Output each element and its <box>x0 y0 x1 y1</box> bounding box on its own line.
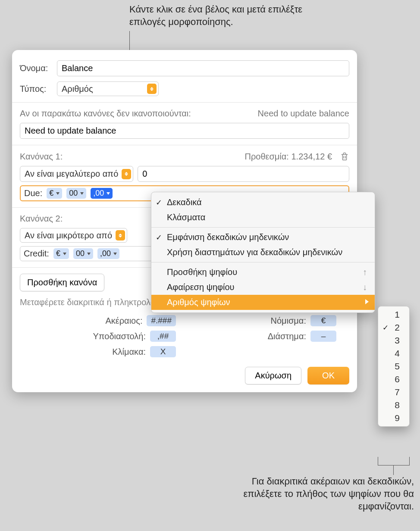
rule1-condition-value: Αν είναι μεγαλύτερο από <box>25 169 118 179</box>
digits-option-5[interactable]: 5 <box>378 360 409 373</box>
menu-item-fractions[interactable]: Κλάσματα <box>151 210 375 225</box>
digits-label: 4 <box>395 348 400 359</box>
type-label: Τύπος: <box>20 84 57 94</box>
rule1-comparator-input[interactable] <box>138 166 349 182</box>
integer-token-label: 00 <box>76 249 85 258</box>
currency-token-label: € <box>49 189 53 198</box>
digits-label: 1 <box>395 309 400 320</box>
integer-token-label: 00 <box>69 189 78 198</box>
decimal-token[interactable]: ,00 <box>91 188 113 199</box>
caret-down-icon <box>87 253 91 255</box>
currency-token[interactable]: € <box>47 188 62 199</box>
decimal-legend-label: Υποδιαστολή: <box>93 331 146 341</box>
decimal-token-label: ,00 <box>93 189 104 198</box>
decimal-token[interactable]: ,00 <box>97 248 119 259</box>
digits-option-6[interactable]: 6 <box>378 373 409 386</box>
callout-bracket <box>378 457 410 465</box>
currency-legend-label: Νόμισμα: <box>270 316 306 326</box>
chevron-updown-icon <box>147 84 157 94</box>
currency-token-label: € <box>56 249 60 258</box>
menu-item-label: Προσθήκη ψηφίου <box>167 267 237 277</box>
divider <box>12 145 357 145</box>
currency-legend-token[interactable]: € <box>310 315 336 326</box>
digits-label: 6 <box>395 374 400 384</box>
digits-label: 7 <box>395 387 400 397</box>
menu-item-num-digits[interactable]: Αριθμός ψηφίων <box>151 295 375 310</box>
rule1-title: Κανόνας 1: <box>20 152 63 162</box>
fallback-preview: Need to update balance <box>258 109 349 119</box>
digits-label: 2 <box>395 322 400 333</box>
digits-option-7[interactable]: 7 <box>378 386 409 399</box>
fallback-heading: Αν οι παρακάτω κανόνες δεν ικανοποιούντα… <box>20 109 191 119</box>
digits-label: 9 <box>395 413 400 423</box>
menu-item-label: Αριθμός ψηφίων <box>167 297 230 307</box>
callout-bottom: Για διακριτικά ακέραιων και δεκαδικών, ε… <box>229 475 414 512</box>
digits-option-4[interactable]: 4 <box>378 347 409 360</box>
arrow-up-icon: ↑ <box>363 267 367 277</box>
digits-option-1[interactable]: 1 <box>378 308 409 321</box>
menu-item-label: Κλάσματα <box>167 212 205 222</box>
integer-legend-token[interactable]: #.### <box>147 315 176 326</box>
caret-down-icon <box>63 253 66 255</box>
divider <box>12 102 357 103</box>
caret-down-icon <box>113 253 117 255</box>
rule2-condition-select[interactable]: Αν είναι μικρότερο από <box>20 228 127 243</box>
menu-separator <box>151 227 375 228</box>
currency-token[interactable]: € <box>53 248 69 259</box>
menu-item-use-spaces[interactable]: Χρήση διαστημάτων για δεκαδικών μηδενικώ… <box>151 245 375 260</box>
chevron-updown-icon <box>122 169 131 179</box>
menu-item-label: Εμφάνιση δεκαδικών μηδενικών <box>167 232 289 242</box>
menu-item-add-digit[interactable]: Προσθήκη ψηφίου ↑ <box>151 265 375 280</box>
trash-icon[interactable] <box>340 151 349 162</box>
integer-legend-label: Ακέραιος: <box>105 316 142 326</box>
add-rule-button[interactable]: Προσθήκη κανόνα <box>20 274 104 291</box>
digits-label: 5 <box>395 361 400 372</box>
type-select-value: Αριθμός <box>62 84 144 94</box>
cancel-button[interactable]: Ακύρωση <box>245 367 301 384</box>
callout-top: Κάντε κλικ σε ένα βέλος και μετά επιλέξτ… <box>129 3 310 28</box>
space-legend-label: Διάστημα: <box>268 331 306 341</box>
menu-item-label: Δεκαδικά <box>167 197 202 207</box>
digits-label: 3 <box>395 335 400 346</box>
check-icon: ✓ <box>156 198 162 207</box>
check-icon: ✓ <box>382 323 389 332</box>
fallback-input[interactable] <box>20 123 349 139</box>
menu-item-label: Αφαίρεση ψηφίου <box>167 282 234 292</box>
menu-separator <box>151 262 375 262</box>
scale-legend-label: Κλίμακα: <box>112 347 146 357</box>
rule1-preview: Προθεσμία: 1.234,12 € <box>245 152 332 162</box>
rule2-condition-value: Αν είναι μικρότερο από <box>25 231 112 241</box>
rule2-title: Κανόνας 2: <box>20 214 63 224</box>
decimal-legend-token[interactable]: ,## <box>150 331 176 342</box>
decimal-token-label: ,00 <box>100 249 111 258</box>
digits-option-9[interactable]: 9 <box>378 412 409 425</box>
callout-bracket-stem <box>393 465 394 475</box>
digits-label: 8 <box>395 400 400 410</box>
chevron-right-icon <box>365 299 369 304</box>
menu-item-show-zeros[interactable]: ✓ Εμφάνιση δεκαδικών μηδενικών <box>151 230 375 245</box>
digits-option-8[interactable]: 8 <box>378 399 409 412</box>
menu-item-remove-digit[interactable]: Αφαίρεση ψηφίου ↓ <box>151 280 375 295</box>
caret-down-icon <box>107 192 110 195</box>
check-icon: ✓ <box>156 233 162 242</box>
digits-option-2[interactable]: ✓ 2 <box>378 321 409 334</box>
digits-option-3[interactable]: 3 <box>378 334 409 347</box>
decimal-format-menu: ✓ Δεκαδικά Κλάσματα ✓ Εμφάνιση δεκαδικών… <box>151 192 375 313</box>
digits-submenu: 1 ✓ 2 3 4 5 6 7 8 9 <box>378 306 410 427</box>
name-input[interactable] <box>57 60 349 76</box>
type-select[interactable]: Αριθμός <box>57 81 159 96</box>
caret-down-icon <box>80 192 84 195</box>
scale-legend-token[interactable]: X <box>150 346 176 357</box>
menu-item-decimals[interactable]: ✓ Δεκαδικά <box>151 195 375 210</box>
integer-token[interactable]: 00 <box>66 188 86 199</box>
arrow-down-icon: ↓ <box>363 282 367 292</box>
rule1-condition-select[interactable]: Αν είναι μεγαλύτερο από <box>20 166 133 182</box>
caret-down-icon <box>56 192 60 195</box>
rule2-prefix: Credit: <box>24 249 49 259</box>
chevron-updown-icon <box>116 230 125 241</box>
space-legend-token[interactable]: – <box>310 331 336 342</box>
integer-token[interactable]: 00 <box>73 248 93 259</box>
menu-item-label: Χρήση διαστημάτων για δεκαδικών μηδενικώ… <box>167 247 342 257</box>
ok-button[interactable]: OK <box>307 367 349 384</box>
name-label: Όνομα: <box>20 63 57 73</box>
